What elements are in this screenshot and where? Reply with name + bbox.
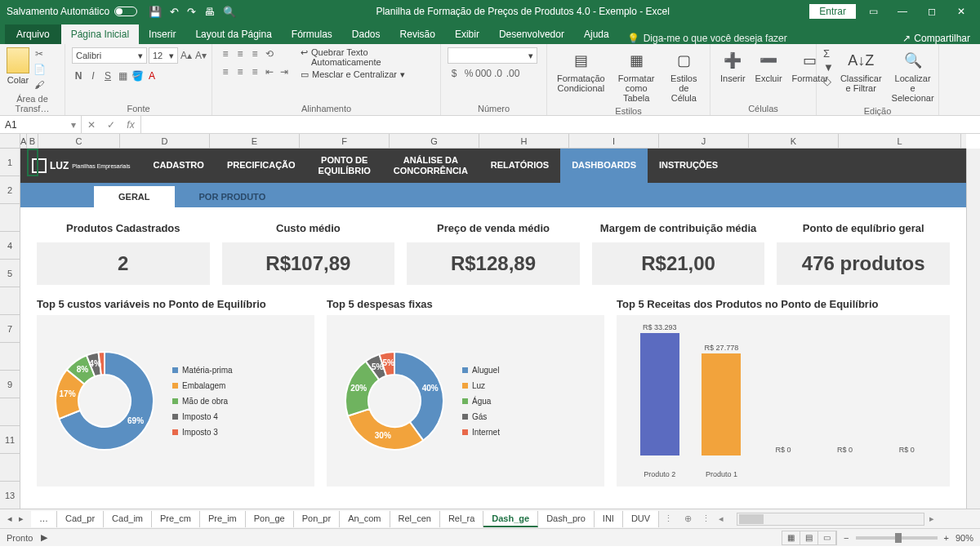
undo-icon[interactable]: ↶: [170, 6, 179, 18]
row-header[interactable]: [0, 343, 20, 371]
name-box[interactable]: A1▾: [0, 116, 82, 133]
sort-filter-button[interactable]: A↓ZClassificar e Filtrar: [837, 47, 885, 95]
row-header[interactable]: 11: [0, 426, 20, 454]
sheet-tab[interactable]: Pre_cm: [152, 511, 200, 527]
tab-view[interactable]: Exibir: [445, 24, 489, 44]
percent-icon[interactable]: %: [462, 67, 475, 80]
col-header-K[interactable]: K: [749, 134, 839, 148]
sheet-content[interactable]: LUZPlanilhas Empresariais CADASTROPRECIF…: [20, 149, 966, 509]
fill-icon[interactable]: 🪣: [131, 69, 144, 82]
font-name-select[interactable]: Calibri▾: [72, 47, 147, 64]
col-header-H[interactable]: H: [479, 134, 569, 148]
row-header[interactable]: 4: [0, 232, 20, 260]
close-icon[interactable]: ✕: [949, 3, 973, 20]
sum-icon[interactable]: Σ: [823, 47, 834, 60]
maximize-icon[interactable]: ◻: [920, 3, 944, 20]
zoom-slider[interactable]: [856, 536, 938, 540]
col-header-B[interactable]: B: [27, 134, 38, 148]
tab-prev-icon[interactable]: ◂: [5, 513, 15, 524]
paste-button[interactable]: Colar: [7, 47, 29, 85]
align-mid-icon[interactable]: ≡: [234, 47, 247, 60]
enter-formula-icon[interactable]: ✓: [101, 119, 121, 131]
col-header-G[interactable]: G: [390, 134, 479, 148]
col-header-I[interactable]: I: [569, 134, 659, 148]
underline-icon[interactable]: S: [101, 69, 114, 82]
nav-item[interactable]: DASHBOARDS: [560, 149, 648, 183]
row-header[interactable]: 5: [0, 260, 20, 287]
orientation-icon[interactable]: ⟲: [263, 47, 276, 60]
bold-icon[interactable]: N: [72, 69, 85, 82]
nav-item[interactable]: RELATÓRIOS: [479, 149, 560, 183]
column-headers[interactable]: ABCDEFGHIJKL: [0, 134, 966, 149]
sheet-tab[interactable]: DUV: [623, 511, 659, 527]
copy-icon[interactable]: 📄: [33, 63, 46, 76]
italic-icon[interactable]: I: [87, 69, 100, 82]
view-normal-icon[interactable]: ▦: [782, 531, 800, 544]
nav-item[interactable]: PONTO DEEQUILÍBRIO: [307, 149, 382, 183]
fx-icon[interactable]: fx: [121, 119, 140, 131]
save-icon[interactable]: 💾: [149, 6, 162, 18]
sheet-tab[interactable]: Pon_pr: [294, 511, 340, 527]
share-button[interactable]: ↗Compartilhar: [902, 33, 970, 44]
row-header[interactable]: [0, 287, 20, 315]
align-right-icon[interactable]: ≡: [248, 65, 261, 78]
col-header-L[interactable]: L: [839, 134, 961, 148]
dec-dec-icon[interactable]: .00: [506, 67, 519, 80]
sheet-tab[interactable]: …: [31, 511, 57, 527]
new-sheet-icon[interactable]: ⊕: [678, 513, 698, 524]
col-header-E[interactable]: E: [210, 134, 300, 148]
minimize-icon[interactable]: ―: [890, 3, 915, 20]
zoom-out-icon[interactable]: −: [844, 533, 849, 543]
tab-developer[interactable]: Desenvolvedor: [489, 24, 574, 44]
row-header[interactable]: [0, 398, 20, 426]
col-header-F[interactable]: F: [300, 134, 390, 148]
sheet-tab[interactable]: An_com: [340, 511, 390, 527]
tab-review[interactable]: Revisão: [390, 24, 445, 44]
auto-save-toggle[interactable]: Salvamento Automático: [7, 6, 137, 17]
macro-icon[interactable]: ▶: [41, 532, 47, 543]
zoom-in-icon[interactable]: +: [944, 533, 949, 543]
font-size-select[interactable]: 12▾: [149, 47, 178, 64]
row-header[interactable]: 7: [0, 315, 20, 343]
nav-item[interactable]: ANÁLISE DACONCORRÊNCIA: [382, 149, 479, 183]
tab-insert[interactable]: Inserir: [139, 24, 185, 44]
col-header-D[interactable]: D: [120, 134, 210, 148]
sheet-tab[interactable]: Pon_ge: [246, 511, 294, 527]
comma-icon[interactable]: 000: [477, 67, 490, 80]
currency-icon[interactable]: $: [448, 67, 461, 80]
sheet-tab[interactable]: Rel_cen: [390, 511, 440, 527]
row-header[interactable]: 13: [0, 482, 20, 509]
row-headers[interactable]: 1245791113: [0, 149, 20, 509]
col-header-J[interactable]: J: [659, 134, 749, 148]
sheet-tab[interactable]: Rel_ra: [440, 511, 483, 527]
zoom-level[interactable]: 90%: [956, 533, 973, 543]
shrink-font-icon[interactable]: A▾: [194, 49, 207, 62]
align-left-icon[interactable]: ≡: [219, 65, 232, 78]
cancel-formula-icon[interactable]: ✕: [82, 119, 101, 131]
cell-styles-button[interactable]: ▢Estilos de Célula: [665, 47, 703, 104]
nav-item[interactable]: PRECIFICAÇÃO: [216, 149, 307, 183]
wrap-text-button[interactable]: ↩Quebrar Texto Automaticamente: [301, 47, 434, 67]
nav-item[interactable]: INSTRUÇÕES: [648, 149, 729, 183]
row-header[interactable]: 9: [0, 371, 20, 398]
view-layout-icon[interactable]: ▤: [800, 531, 818, 544]
sheet-tab[interactable]: Cad_pr: [57, 511, 104, 527]
select-all-corner[interactable]: [0, 134, 20, 148]
number-format-select[interactable]: ▾: [448, 47, 537, 64]
tab-file[interactable]: Arquivo: [5, 24, 61, 44]
redo-icon[interactable]: ↷: [187, 6, 196, 18]
tell-me-search[interactable]: 💡Diga-me o que você deseja fazer: [627, 33, 787, 44]
print-icon[interactable]: 🖶: [204, 6, 215, 18]
view-break-icon[interactable]: ▭: [818, 531, 836, 544]
tab-home[interactable]: Página Inicial: [61, 24, 139, 44]
ribbon-options-icon[interactable]: ▭: [861, 3, 885, 20]
sub-tab[interactable]: GERAL: [94, 186, 175, 207]
clear-icon[interactable]: ◇: [823, 75, 834, 87]
font-color-icon[interactable]: A: [145, 69, 158, 82]
align-center-icon[interactable]: ≡: [234, 65, 247, 78]
sheet-tab[interactable]: Dash_pro: [538, 511, 595, 527]
format-table-button[interactable]: ▦Formatar como Tabela: [612, 47, 662, 104]
indent-dec-icon[interactable]: ⇤: [263, 65, 276, 78]
tab-next-icon[interactable]: ▸: [16, 513, 26, 524]
indent-inc-icon[interactable]: ⇥: [278, 65, 291, 78]
